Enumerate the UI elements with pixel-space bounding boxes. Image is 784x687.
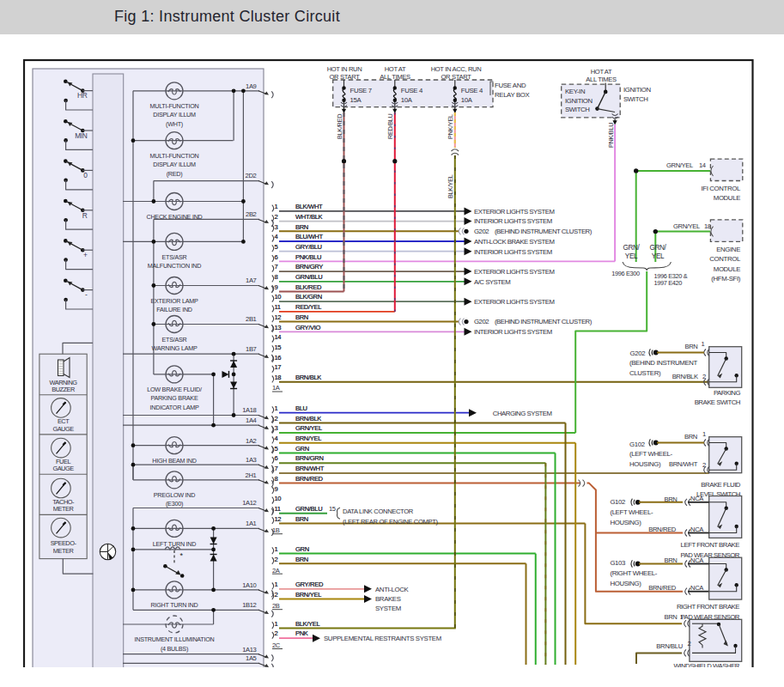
svg-text:1: 1: [275, 404, 278, 412]
svg-text:(HFM-SFI): (HFM-SFI): [711, 275, 740, 283]
svg-text:PNK: PNK: [295, 629, 308, 637]
svg-text:BLK/RED: BLK/RED: [336, 114, 343, 139]
svg-text:ALL TIMES: ALL TIMES: [586, 76, 617, 83]
svg-text:8: 8: [275, 273, 278, 281]
svg-text:HIGH BEAM IND: HIGH BEAM IND: [152, 457, 197, 465]
svg-text:G202: G202: [630, 350, 646, 357]
svg-text:17: 17: [275, 363, 282, 371]
svg-text:1A7: 1A7: [246, 277, 257, 284]
svg-text:RIGHT TURN IND: RIGHT TURN IND: [151, 601, 198, 609]
svg-text:2B1: 2B1: [246, 315, 257, 323]
svg-text:13: 13: [275, 324, 282, 331]
svg-text:FUSE 4: FUSE 4: [401, 87, 423, 94]
svg-text:HOUSING): HOUSING): [629, 460, 661, 468]
svg-text:BRN/WHT: BRN/WHT: [295, 465, 325, 472]
svg-text:11: 11: [275, 303, 281, 311]
svg-text:BRN: BRN: [295, 313, 308, 321]
svg-text:2: 2: [688, 640, 691, 647]
svg-text:OR START: OR START: [441, 73, 472, 81]
svg-text:1: 1: [275, 620, 278, 628]
svg-text:GRN: GRN: [295, 445, 309, 453]
svg-text:SWITCH: SWITCH: [565, 106, 590, 113]
svg-text:1A12: 1A12: [242, 499, 256, 507]
svg-text:PARKING BRAKE: PARKING BRAKE: [151, 394, 198, 402]
svg-text:12: 12: [275, 313, 282, 321]
svg-text:HR: HR: [77, 91, 88, 100]
svg-text:1B: 1B: [272, 526, 280, 534]
svg-text:1A4: 1A4: [246, 416, 257, 424]
svg-text:5: 5: [275, 445, 278, 453]
svg-text:FAILURE IND: FAILURE IND: [156, 306, 192, 313]
svg-text:BUZZER: BUZZER: [52, 386, 75, 393]
svg-text:HOUSING): HOUSING): [610, 519, 641, 526]
svg-text:BRAKE FLUID: BRAKE FLUID: [701, 481, 740, 489]
svg-text:GRN/YEL: GRN/YEL: [673, 222, 700, 230]
svg-text:2H1: 2H1: [246, 471, 257, 479]
svg-text:ALL TIMES: ALL TIMES: [380, 73, 410, 81]
svg-text:FUSE 7: FUSE 7: [350, 87, 372, 94]
svg-text:1A13: 1A13: [242, 646, 256, 654]
svg-text:BRN: BRN: [665, 556, 678, 564]
svg-text:G202: G202: [474, 228, 489, 235]
svg-text:IGNITION: IGNITION: [565, 97, 593, 105]
svg-text:GRN/BLU: GRN/BLU: [295, 273, 322, 281]
svg-text:1A9: 1A9: [246, 82, 257, 90]
svg-text:INTERIOR LIGHTS SYSTEM: INTERIOR LIGHTS SYSTEM: [474, 217, 552, 225]
svg-text:2B2: 2B2: [246, 210, 257, 218]
svg-text:2: 2: [275, 556, 278, 563]
svg-text:ANTI-LOCK BRAKE SYSTEM: ANTI-LOCK BRAKE SYSTEM: [474, 238, 554, 246]
svg-text:ETS/ASR: ETS/ASR: [161, 336, 186, 344]
svg-text:BRAKES: BRAKES: [375, 595, 401, 603]
svg-text:BRN/GRY: BRN/GRY: [295, 263, 323, 271]
svg-text:HOUSING): HOUSING): [610, 580, 641, 587]
svg-text:3: 3: [275, 223, 278, 231]
svg-text:BRN: BRN: [665, 613, 678, 621]
svg-text:10A: 10A: [401, 96, 413, 104]
svg-text:1A: 1A: [272, 384, 281, 392]
svg-text:2: 2: [702, 373, 706, 380]
svg-text:6: 6: [275, 253, 278, 261]
svg-text:MULTI-FUNCTION: MULTI-FUNCTION: [149, 152, 198, 160]
svg-text:18: 18: [704, 222, 711, 230]
svg-text:11: 11: [275, 505, 281, 513]
svg-text:10: 10: [275, 293, 282, 301]
svg-text:WARNING LAMP: WARNING LAMP: [151, 344, 197, 352]
svg-text:A/C SYSTEM: A/C SYSTEM: [474, 278, 510, 286]
svg-text:BRN/RED: BRN/RED: [648, 526, 677, 533]
svg-text:9: 9: [275, 283, 278, 291]
svg-text:G102: G102: [629, 441, 645, 448]
svg-text:BRN/BLK: BRN/BLK: [672, 373, 698, 380]
svg-text:7: 7: [275, 465, 278, 472]
svg-text:SUPPLEMENTAL RESTRAINTS SYSTEM: SUPPLEMENTAL RESTRAINTS SYSTEM: [324, 635, 441, 642]
svg-text:BRN/BLK: BRN/BLK: [295, 415, 321, 423]
svg-text:1B12: 1B12: [242, 601, 256, 609]
svg-text:MODULE: MODULE: [714, 194, 740, 202]
svg-text:DISPLAY ILLUM: DISPLAY ILLUM: [153, 111, 196, 119]
svg-text:6: 6: [275, 454, 278, 462]
svg-text:RED/BLU: RED/BLU: [386, 113, 394, 139]
svg-text:NCA: NCA: [690, 556, 704, 564]
svg-text:CHECK ENGINE IND: CHECK ENGINE IND: [146, 213, 202, 221]
svg-text:BLK/YEL: BLK/YEL: [295, 620, 319, 628]
svg-text:PARKING: PARKING: [714, 389, 740, 397]
svg-text:BRN: BRN: [684, 433, 697, 441]
svg-text:BRN: BRN: [295, 223, 308, 231]
svg-text:BRN/YEL: BRN/YEL: [295, 435, 321, 442]
svg-text:14: 14: [699, 161, 706, 169]
svg-text:BLU: BLU: [295, 404, 307, 412]
svg-text:16: 16: [275, 354, 282, 362]
svg-text:BLK/YEL: BLK/YEL: [447, 174, 454, 198]
svg-text:1: 1: [275, 203, 278, 210]
svg-text:4: 4: [275, 435, 278, 442]
svg-text:BRN/BLK: BRN/BLK: [295, 374, 321, 381]
svg-text:ANTI-LOCK: ANTI-LOCK: [375, 586, 410, 593]
svg-text:GRN: GRN: [295, 545, 309, 553]
svg-text:LEFT FRONT BRAKE: LEFT FRONT BRAKE: [681, 541, 740, 549]
svg-text:CLUSTER): CLUSTER): [629, 369, 661, 377]
svg-text:3: 3: [275, 424, 278, 432]
svg-text:GRN/YEL: GRN/YEL: [295, 424, 322, 432]
svg-text:MODULE: MODULE: [714, 265, 740, 273]
svg-text:METER: METER: [53, 505, 74, 513]
svg-text:MULTI-FUNCTION: MULTI-FUNCTION: [149, 102, 198, 110]
svg-text:MALFUNCTION IND: MALFUNCTION IND: [148, 262, 202, 270]
